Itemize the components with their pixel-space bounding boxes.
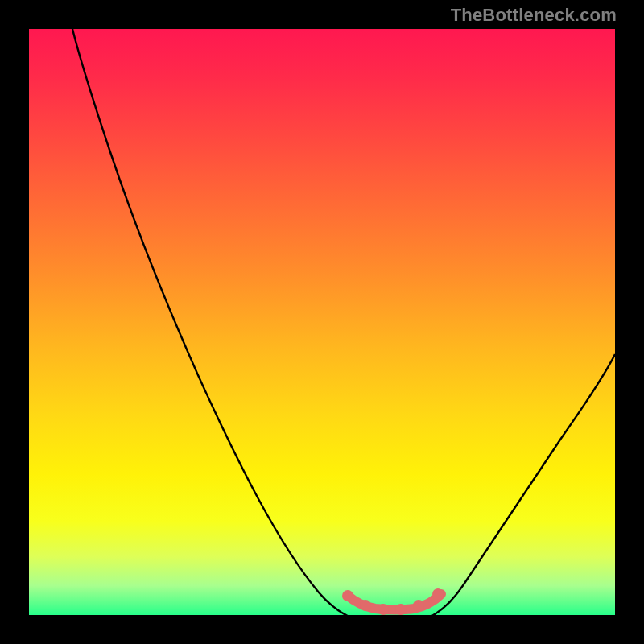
- optimal-plateau-highlight: [342, 588, 444, 615]
- plateau-dot: [360, 600, 371, 611]
- chart-container: TheBottleneck.com: [0, 0, 644, 644]
- plateau-dot: [378, 604, 389, 615]
- plateau-dot: [342, 590, 353, 601]
- plot-area: [29, 29, 615, 615]
- watermark-text: TheBottleneck.com: [451, 5, 617, 26]
- plateau-dot: [432, 588, 444, 600]
- bottleneck-curve: [72, 29, 615, 615]
- plateau-dot: [395, 604, 407, 615]
- plateau-dot: [413, 600, 424, 611]
- chart-svg: [29, 29, 615, 615]
